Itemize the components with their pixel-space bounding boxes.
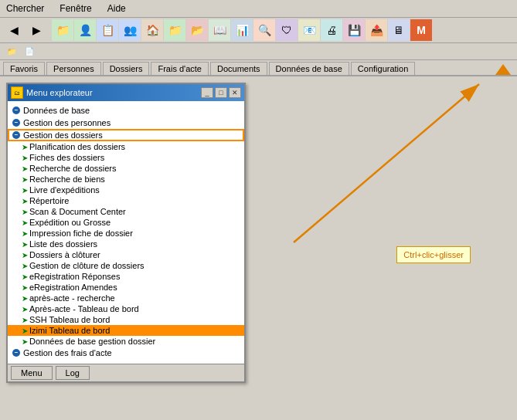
toolbar-btn-14[interactable]: 💾 bbox=[343, 19, 365, 41]
explorer-title: Menu explorateur bbox=[26, 88, 93, 97]
toolbar-btn-13[interactable]: 🖨 bbox=[321, 19, 342, 41]
arrow-icon: ➤ bbox=[22, 337, 28, 346]
tree-item-label: Scan & Document Center bbox=[29, 207, 126, 216]
arrow-icon: ➤ bbox=[22, 262, 28, 270]
toolbar-btn-6[interactable]: 📁 bbox=[164, 19, 185, 41]
tree-item-label: Données de base gestion dossier bbox=[29, 337, 155, 346]
toolbar-row2: 📁 📄 bbox=[0, 43, 517, 60]
toolbar-btn-4[interactable]: 👥 bbox=[119, 19, 141, 41]
titlebar-controls: _ □ ✕ bbox=[201, 87, 241, 98]
minimize-button[interactable]: _ bbox=[201, 87, 213, 98]
arrow-icon: ➤ bbox=[22, 208, 28, 216]
tree-item-label: Gestion des personnes bbox=[23, 118, 111, 127]
svg-line-1 bbox=[294, 84, 479, 242]
tree-item[interactable]: − Données de base bbox=[8, 104, 244, 117]
arrow-icon: ➤ bbox=[22, 164, 28, 173]
tree-item[interactable]: − Gestion des dossiers bbox=[8, 129, 244, 141]
tree-item[interactable]: ➤ Répertoire bbox=[8, 195, 244, 206]
toolbar-btn-m[interactable]: M bbox=[410, 19, 432, 41]
toolbar-btn-16[interactable]: 🖥 bbox=[388, 19, 410, 41]
tree-item[interactable]: ➤ SSH Tableau de bord bbox=[8, 314, 244, 325]
tree-item-label: Recherche de dossiers bbox=[29, 164, 117, 173]
toolbar-btn-12[interactable]: 📧 bbox=[298, 19, 320, 41]
tree-item-label: Fiches des dossiers bbox=[29, 153, 104, 162]
tab-favoris[interactable]: Favoris bbox=[3, 62, 45, 75]
tree-item[interactable]: ➤ Données de base gestion dossier bbox=[8, 336, 244, 347]
tree-item[interactable]: ➤ Liste des dossiers bbox=[8, 239, 244, 249]
tree-area[interactable]: − Données de base − Gestion des personne… bbox=[8, 101, 244, 364]
tree-item[interactable]: ➤ Livre d'expéditions bbox=[8, 185, 244, 195]
menu-chercher[interactable]: Chercher bbox=[3, 2, 47, 15]
arrow-icon: ➤ bbox=[22, 218, 28, 227]
arrow-icon: ➤ bbox=[22, 186, 28, 195]
tab-config[interactable]: Configuration bbox=[351, 62, 415, 75]
explorer-titlebar: 🗂 Menu explorateur _ □ ✕ bbox=[8, 84, 244, 101]
tree-item-label: Planification des dossiers bbox=[29, 142, 125, 151]
toolbar2-btn-1[interactable]: 📁 bbox=[3, 45, 20, 59]
arrow-icon: ➤ bbox=[22, 143, 28, 151]
tree-item[interactable]: ➤ Planification des dossiers bbox=[8, 141, 244, 152]
titlebar-left: 🗂 Menu explorateur bbox=[11, 86, 93, 99]
toolbar-btn-8[interactable]: 📖 bbox=[209, 19, 230, 41]
toolbar-btn-2[interactable]: 👤 bbox=[74, 19, 96, 41]
titlebar-icon: 🗂 bbox=[11, 86, 23, 99]
tree-item-label: Gestion de clôture de dossiers bbox=[29, 261, 145, 270]
tree-item-label: Gestion des dossiers bbox=[23, 130, 103, 140]
tree-item[interactable]: ➤ Recherche de dossiers bbox=[8, 163, 244, 174]
tree-item[interactable]: ➤ après-acte - recherche bbox=[8, 293, 244, 303]
arrow-icon: ➤ bbox=[22, 175, 28, 184]
toolbar-btn-7[interactable]: 📂 bbox=[186, 19, 208, 41]
toolbar-btn-11[interactable]: 🛡 bbox=[276, 19, 298, 41]
toolbar-btn-10[interactable]: 🔍 bbox=[253, 19, 275, 41]
tree-item[interactable]: ➤ Dossiers à clôturer bbox=[8, 249, 244, 260]
tree-item-label: eRegistration Réponses bbox=[29, 272, 120, 281]
tree-item-label: Répertoire bbox=[29, 196, 69, 205]
tab-documents[interactable]: Documents bbox=[210, 62, 267, 75]
tree-item-label: SSH Tableau de bord bbox=[29, 315, 110, 324]
arrow-icon: ➤ bbox=[22, 197, 28, 205]
tree-item-label: Gestion des frais d'acte bbox=[23, 348, 112, 357]
bottom-bar: Menu Log bbox=[8, 364, 244, 381]
tab-dossiers[interactable]: Dossiers bbox=[103, 62, 150, 75]
close-button[interactable]: ✕ bbox=[229, 87, 241, 98]
toolbar-btn-fwd[interactable]: ▶ bbox=[26, 19, 47, 41]
toolbar-btn-15[interactable]: 📤 bbox=[366, 19, 387, 41]
maximize-button[interactable]: □ bbox=[215, 87, 227, 98]
tab-personnes[interactable]: Personnes bbox=[46, 62, 101, 75]
toolbar-btn-5[interactable]: 🏠 bbox=[141, 19, 163, 41]
tree-item-label: Dossiers à clôturer bbox=[29, 250, 100, 259]
tree-item-label: Expédition ou Grosse bbox=[29, 218, 111, 227]
tree-item[interactable]: ➤ Gestion de clôture de dossiers bbox=[8, 260, 244, 271]
tree-item[interactable]: − Gestion des frais d'acte bbox=[8, 347, 244, 359]
tree-item[interactable]: ➤ Izimi Tableau de bord bbox=[8, 325, 244, 336]
expand-icon: − bbox=[11, 347, 22, 358]
tree-item[interactable]: ➤ Fiches des dossiers bbox=[8, 152, 244, 163]
tree-item[interactable]: ➤ Impression fiche de dossier bbox=[8, 228, 244, 239]
tree-item-label: après-acte - recherche bbox=[29, 293, 115, 303]
toolbar-btn-back[interactable]: ◀ bbox=[3, 19, 25, 41]
arrow-icon: ➤ bbox=[22, 283, 28, 292]
toolbar-btn-9[interactable]: 📊 bbox=[231, 19, 253, 41]
tooltip-text: Ctrl+clic+glisser bbox=[403, 250, 464, 259]
tree-item[interactable]: ➤ eRegistration Réponses bbox=[8, 271, 244, 282]
toolbar2-btn-2[interactable]: 📄 bbox=[21, 45, 38, 59]
tabbar: Favoris Personnes Dossiers Frais d'acte … bbox=[0, 60, 517, 76]
tree-item[interactable]: ➤ Scan & Document Center bbox=[8, 206, 244, 217]
toolbar-btn-1[interactable]: 📁 bbox=[52, 19, 73, 41]
tree-item-label: Données de base bbox=[23, 106, 90, 115]
tree-item[interactable]: ➤ eRegistration Amendes bbox=[8, 282, 244, 293]
toolbar-btn-3[interactable]: 📋 bbox=[97, 19, 118, 41]
tree-item[interactable]: ➤ Expédition ou Grosse bbox=[8, 217, 244, 228]
tree-item[interactable]: − Gestion des personnes bbox=[8, 117, 244, 129]
log-button[interactable]: Log bbox=[56, 366, 90, 380]
menu-aide[interactable]: Aide bbox=[104, 2, 129, 15]
menu-fenetre[interactable]: Fenêtre bbox=[56, 2, 94, 15]
tooltip-box: Ctrl+clic+glisser bbox=[396, 246, 471, 263]
menu-button[interactable]: Menu bbox=[11, 366, 53, 380]
arrow-icon: ➤ bbox=[22, 327, 28, 335]
tab-frais[interactable]: Frais d'acte bbox=[151, 62, 209, 75]
main-area: 🗂 Menu explorateur _ □ ✕ − Données de ba… bbox=[0, 76, 517, 370]
tree-item[interactable]: ➤ Recherche de biens bbox=[8, 174, 244, 185]
tab-donnees[interactable]: Données de base bbox=[269, 62, 349, 75]
tree-item[interactable]: ➤ Après-acte - Tableau de bord bbox=[8, 303, 244, 314]
